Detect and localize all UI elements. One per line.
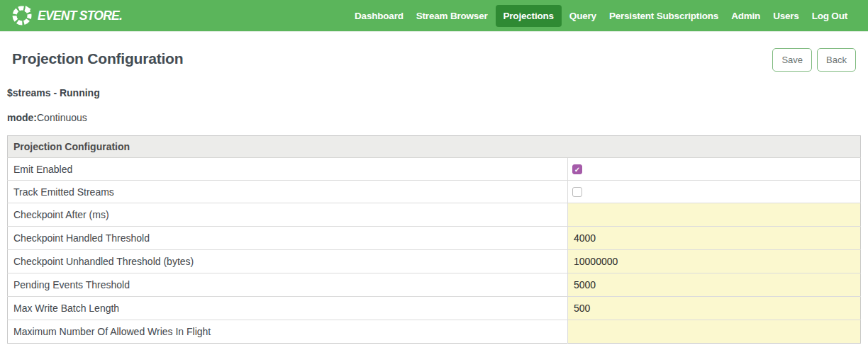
config-row-label: Track Emitted Streams: [8, 181, 568, 203]
header-buttons: Save Back: [772, 48, 856, 72]
table-row: Checkpoint Unhandled Threshold (bytes): [8, 250, 861, 273]
nav-menu: DashboardStream BrowserProjectionsQueryP…: [348, 5, 854, 27]
page-header: Projection Configuration Save Back: [0, 32, 868, 72]
config-row-label: Emit Enabled: [8, 158, 568, 181]
save-button[interactable]: Save: [772, 48, 812, 72]
nav-item-stream-browser[interactable]: Stream Browser: [410, 5, 494, 27]
pending-events-threshold-input[interactable]: [568, 273, 860, 296]
config-row-value: [568, 297, 861, 320]
nav-item-users[interactable]: Users: [767, 5, 806, 27]
nav-item-log-out[interactable]: Log Out: [806, 5, 854, 27]
config-row-value: ✓: [568, 158, 861, 181]
page-title: Projection Configuration: [12, 50, 183, 67]
table-row: Pending Events Threshold: [8, 273, 861, 297]
table-row: Checkpoint Handled Threshold: [8, 227, 861, 250]
maximum-number-of-allowed-wries-in-flight-input[interactable]: [568, 320, 860, 343]
checkpoint-after-ms-input[interactable]: [568, 203, 860, 226]
top-navbar: EVENT STORE. DashboardStream BrowserProj…: [0, 0, 868, 32]
emit-enabled-checkbox[interactable]: ✓: [572, 164, 582, 174]
event-store-logo[interactable]: EVENT STORE.: [11, 5, 129, 26]
config-row-value: [568, 320, 861, 344]
nav-item-projections[interactable]: Projections: [496, 5, 562, 27]
nav-item-persistent-subscriptions[interactable]: Persistent Subscriptions: [603, 5, 725, 27]
config-table-body: Emit Enabled✓Track Emitted StreamsCheckp…: [8, 158, 861, 344]
mode-value: Continuous: [37, 112, 87, 123]
logo-text: EVENT STORE.: [38, 8, 122, 23]
table-row: Maximum Number Of Allowed Wries In Fligh…: [8, 320, 861, 344]
config-row-label: Checkpoint Handled Threshold: [8, 227, 568, 250]
config-row-value: [568, 227, 861, 250]
checkpoint-unhandled-threshold-bytes-input[interactable]: [568, 250, 860, 273]
projection-meta: $streams - Running mode:Continuous: [0, 87, 868, 123]
table-row: Checkpoint After (ms): [8, 203, 861, 227]
track-emitted-streams-checkbox[interactable]: [572, 187, 582, 197]
nav-item-query[interactable]: Query: [563, 5, 603, 27]
config-row-value: [568, 181, 861, 203]
config-row-label: Maximum Number Of Allowed Wries In Fligh…: [8, 320, 568, 344]
config-table-title: Projection Configuration: [8, 136, 861, 158]
nav-item-dashboard[interactable]: Dashboard: [348, 5, 410, 27]
table-row: Max Write Batch Length: [8, 297, 861, 320]
config-row-label: Pending Events Threshold: [8, 273, 568, 297]
circular-arrow-icon: [11, 5, 33, 26]
max-write-batch-length-input[interactable]: [568, 297, 860, 320]
config-row-value: [568, 203, 861, 227]
config-row-value: [568, 250, 861, 273]
projection-name-status: $streams - Running: [7, 87, 861, 98]
table-row: Track Emitted Streams: [8, 181, 861, 203]
config-row-label: Max Write Batch Length: [8, 297, 568, 320]
mode-label: mode:: [7, 112, 37, 123]
checkpoint-handled-threshold-input[interactable]: [568, 227, 860, 249]
config-row-value: [568, 273, 861, 297]
config-row-label: Checkpoint After (ms): [8, 203, 568, 227]
nav-item-admin[interactable]: Admin: [725, 5, 767, 27]
config-table-wrap: Projection Configuration Emit Enabled✓Tr…: [7, 135, 861, 344]
back-button[interactable]: Back: [817, 48, 856, 72]
config-table: Projection Configuration Emit Enabled✓Tr…: [7, 135, 861, 344]
projection-mode-line: mode:Continuous: [7, 112, 861, 123]
table-row: Emit Enabled✓: [8, 158, 861, 181]
config-row-label: Checkpoint Unhandled Threshold (bytes): [8, 250, 568, 273]
